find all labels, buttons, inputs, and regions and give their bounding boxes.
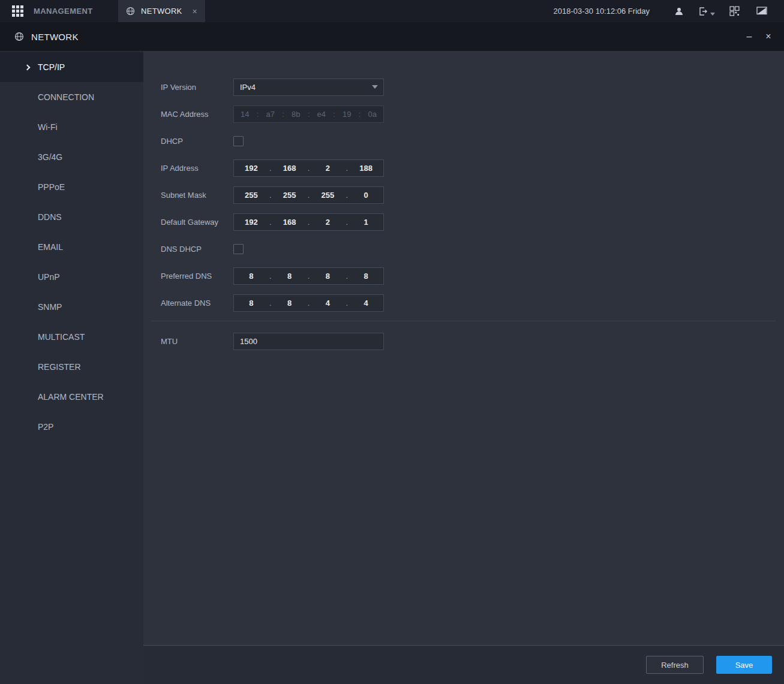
sidebar-item-label: PPPoE (38, 182, 65, 192)
sidebar-item-label: REGISTER (38, 362, 81, 372)
preferred-dns-octet[interactable]: 8 (234, 272, 269, 281)
preferred-dns-field[interactable]: 8 . 8 . 8 . 8 (233, 267, 384, 285)
save-button[interactable]: Save (716, 656, 772, 674)
sidebar-item-email[interactable]: EMAIL (0, 232, 143, 262)
subnet-mask-octet[interactable]: 255 (234, 191, 269, 200)
network-tab-label: NETWORK (141, 7, 182, 16)
mac-address-label: MAC Address (161, 110, 233, 119)
sidebar-item-label: ALARM CENTER (38, 392, 104, 402)
subnet-mask-octet[interactable]: 255 (272, 191, 307, 200)
sidebar-item-wi-fi[interactable]: Wi-Fi (0, 112, 143, 142)
alternate-dns-octet[interactable]: 4 (349, 299, 383, 308)
dns-dhcp-label: DNS DHCP (161, 245, 233, 254)
mac-address-field: 14 : a7 : 8b : e4 : 19 : 0a (233, 106, 384, 123)
gateway-octet[interactable]: 192 (234, 218, 269, 227)
default-gateway-label: Default Gateway (161, 218, 233, 227)
alternate-dns-octet[interactable]: 8 (272, 299, 307, 308)
mac-segment: a7 (260, 110, 282, 119)
gateway-octet[interactable]: 2 (311, 218, 346, 227)
sidebar-item-multicast[interactable]: MULTICAST (0, 322, 143, 352)
sidebar-item-label: UPnP (38, 272, 60, 282)
sidebar-item-label: DDNS (38, 212, 62, 222)
gateway-octet[interactable]: 1 (349, 218, 383, 227)
mtu-input[interactable]: 1500 (233, 333, 384, 350)
refresh-button[interactable]: Refresh (646, 656, 704, 674)
sidebar-item-3g-4g[interactable]: 3G/4G (0, 142, 143, 172)
network-tab[interactable]: NETWORK × (118, 0, 205, 22)
preferred-dns-label: Preferred DNS (161, 272, 233, 281)
sidebar-item-connection[interactable]: CONNECTION (0, 82, 143, 112)
default-gateway-row: Default Gateway 192 . 168 . 2 . 1 (161, 213, 784, 231)
window-controls: – × (743, 32, 774, 41)
sidebar: TCP/IP CONNECTION Wi-Fi 3G/4G PPPoE DDNS… (0, 51, 143, 684)
screen: MANAGEMENT NETWORK × 2018-03-30 10:12:06… (0, 0, 784, 684)
sidebar-item-tcp-ip[interactable]: TCP/IP (0, 52, 143, 82)
mac-address-row: MAC Address 14 : a7 : 8b : e4 : 19 : 0a (161, 105, 784, 123)
dhcp-checkbox[interactable] (233, 136, 244, 146)
dns-dhcp-row: DNS DHCP (161, 240, 784, 258)
subnet-mask-octet[interactable]: 0 (349, 191, 383, 200)
dhcp-label: DHCP (161, 137, 233, 146)
user-icon[interactable] (665, 0, 693, 22)
alternate-dns-octet[interactable]: 8 (234, 299, 269, 308)
ip-version-label: IP Version (161, 83, 233, 92)
sidebar-item-label: CONNECTION (38, 92, 94, 102)
mac-segment: 0a (362, 110, 384, 119)
management-tab[interactable]: MANAGEMENT (0, 0, 118, 22)
mtu-value: 1500 (240, 337, 257, 346)
ip-address-label: IP Address (161, 164, 233, 173)
logout-icon[interactable] (693, 0, 720, 22)
mac-segment: e4 (311, 110, 333, 119)
display-output-icon[interactable] (748, 0, 776, 22)
preferred-dns-octet[interactable]: 8 (311, 272, 346, 281)
window-body: TCP/IP CONNECTION Wi-Fi 3G/4G PPPoE DDNS… (0, 51, 784, 684)
ip-address-octet[interactable]: 192 (234, 164, 269, 173)
window-title: NETWORK (31, 32, 79, 42)
sidebar-item-alarm-center[interactable]: ALARM CENTER (0, 382, 143, 412)
gateway-octet[interactable]: 168 (272, 218, 307, 227)
alternate-dns-octet[interactable]: 4 (311, 299, 346, 308)
sidebar-item-label: P2P (38, 422, 53, 432)
globe-icon (126, 7, 135, 16)
sidebar-item-upnp[interactable]: UPnP (0, 262, 143, 292)
sidebar-item-pppoe[interactable]: PPPoE (0, 172, 143, 202)
sidebar-item-ddns[interactable]: DDNS (0, 202, 143, 232)
management-tab-label: MANAGEMENT (34, 7, 93, 16)
dhcp-row: DHCP (161, 132, 784, 150)
sidebar-item-label: 3G/4G (38, 152, 62, 162)
footer-bar: Refresh Save (143, 645, 784, 684)
mac-segment: 19 (336, 110, 358, 119)
taskbar-tabs: MANAGEMENT NETWORK × (0, 0, 205, 22)
qr-code-icon[interactable] (720, 0, 748, 22)
alternate-dns-field[interactable]: 8 . 8 . 4 . 4 (233, 294, 384, 312)
preferred-dns-octet[interactable]: 8 (349, 272, 383, 281)
minimize-icon[interactable]: – (743, 32, 755, 41)
ip-version-row: IP Version IPv4 (161, 78, 784, 96)
mtu-row: MTU 1500 (161, 332, 784, 350)
preferred-dns-octet[interactable]: 8 (272, 272, 307, 281)
ip-address-octet[interactable]: 168 (272, 164, 307, 173)
close-icon[interactable]: × (762, 32, 774, 41)
sidebar-item-label: EMAIL (38, 242, 63, 252)
sidebar-item-snmp[interactable]: SNMP (0, 292, 143, 322)
mac-segment: 8b (285, 110, 307, 119)
taskbar: MANAGEMENT NETWORK × 2018-03-30 10:12:06… (0, 0, 784, 22)
sidebar-item-label: TCP/IP (38, 62, 65, 72)
ip-address-field[interactable]: 192 . 168 . 2 . 188 (233, 159, 384, 177)
ip-address-octet[interactable]: 2 (311, 164, 346, 173)
mac-segment: 14 (234, 110, 256, 119)
subnet-mask-octet[interactable]: 255 (311, 191, 346, 200)
sidebar-item-register[interactable]: REGISTER (0, 352, 143, 382)
preferred-dns-row: Preferred DNS 8 . 8 . 8 . 8 (161, 267, 784, 285)
tab-close-icon[interactable]: × (193, 7, 197, 16)
default-gateway-field[interactable]: 192 . 168 . 2 . 1 (233, 213, 384, 231)
dns-dhcp-checkbox[interactable] (233, 244, 244, 254)
section-divider (151, 321, 776, 321)
subnet-mask-field[interactable]: 255 . 255 . 255 . 0 (233, 186, 384, 204)
sidebar-item-p2p[interactable]: P2P (0, 412, 143, 442)
chevron-right-icon (25, 64, 31, 70)
ip-address-octet[interactable]: 188 (349, 164, 383, 173)
sidebar-item-label: MULTICAST (38, 332, 85, 342)
window-titlebar: NETWORK – × (0, 22, 784, 51)
ip-version-select[interactable]: IPv4 (233, 79, 384, 96)
